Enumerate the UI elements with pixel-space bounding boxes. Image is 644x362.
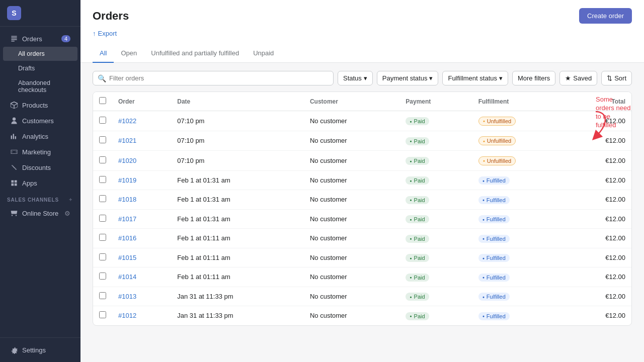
sidebar-item-abandoned[interactable]: Abandoned checkouts	[3, 76, 77, 97]
order-total-10: €12.00	[569, 306, 631, 325]
export-button[interactable]: ↑ Export	[93, 28, 117, 39]
row-checkbox-10[interactable]	[99, 311, 106, 318]
sidebar-item-online-store[interactable]: Online Store ⚙	[3, 206, 77, 221]
order-date-8: Feb 1 at 01:11 am	[171, 267, 304, 287]
sidebar-item-discounts[interactable]: Discounts	[3, 160, 77, 175]
sidebar-item-all-orders[interactable]: All orders	[3, 47, 77, 61]
export-icon: ↑	[93, 30, 96, 37]
order-date-5: Feb 1 at 01:31 am	[171, 209, 304, 229]
order-link-6[interactable]: #1016	[118, 234, 136, 242]
tab-all[interactable]: All	[93, 44, 114, 63]
filter-bar: 🔍 Status ▾ Payment status ▾ Fulfillment …	[93, 71, 632, 85]
fulfillment-badge: Unfulfilled	[478, 136, 516, 145]
order-date-2: 07:10 pm	[171, 151, 304, 171]
tab-unpaid[interactable]: Unpaid	[246, 44, 281, 63]
tab-open[interactable]: Open	[114, 44, 144, 63]
fulfillment-badge: Unfulfilled	[478, 117, 516, 126]
order-fulfillment-7: Fulfilled	[472, 248, 569, 267]
search-wrap: 🔍	[93, 71, 334, 85]
orders-table: Order Date Customer Payment Fulfillment …	[93, 92, 632, 326]
order-payment-2: Paid	[399, 151, 472, 171]
saved-button[interactable]: ★ Saved	[559, 71, 597, 85]
orders-badge: 4	[61, 35, 70, 42]
settings-label: Settings	[22, 346, 46, 354]
more-filters-button[interactable]: More filters	[512, 71, 555, 85]
order-link-8[interactable]: #1014	[118, 273, 136, 281]
row-checkbox-1[interactable]	[99, 136, 106, 143]
order-link-0[interactable]: #1022	[118, 117, 136, 125]
fulfillment-badge: Fulfilled	[478, 254, 510, 262]
row-checkbox-4[interactable]	[99, 195, 106, 202]
search-input[interactable]	[93, 71, 334, 85]
fulfillment-badge: Fulfilled	[478, 215, 510, 223]
settings-icon	[10, 346, 18, 354]
sidebar-customers-label: Customers	[22, 117, 54, 125]
order-total-8: €12.00	[569, 267, 631, 287]
orders-icon	[10, 35, 18, 43]
table-row: #1014 Feb 1 at 01:11 am No customer Paid…	[93, 267, 631, 287]
order-date-1: 07:10 pm	[171, 131, 304, 151]
col-payment: Payment	[399, 92, 472, 111]
row-checkbox-2[interactable]	[99, 156, 106, 163]
sidebar-item-analytics[interactable]: Analytics	[3, 129, 77, 144]
order-link-5[interactable]: #1017	[118, 215, 136, 223]
table-row: #1022 07:10 pm No customer Paid Unfulfil…	[93, 111, 631, 131]
sidebar-item-customers[interactable]: Customers	[3, 113, 77, 128]
create-order-button[interactable]: Create order	[579, 8, 632, 24]
sidebar-discounts-label: Discounts	[22, 164, 51, 171]
order-total-5: €12.00	[569, 209, 631, 229]
star-icon: ★	[565, 74, 571, 82]
fulfillment-status-filter-button[interactable]: Fulfillment status ▾	[442, 71, 508, 85]
sidebar-nav: Orders 4 All orders Drafts Abandoned che…	[0, 27, 80, 337]
settings-section: Settings	[0, 337, 80, 362]
row-checkbox-9[interactable]	[99, 292, 106, 299]
sort-button[interactable]: ⇅ Sort	[601, 71, 632, 85]
select-all-checkbox[interactable]	[99, 97, 106, 104]
order-date-7: Feb 1 at 01:11 am	[171, 248, 304, 267]
order-payment-1: Paid	[399, 131, 472, 151]
sidebar-item-marketing[interactable]: Marketing	[3, 144, 77, 159]
order-link-7[interactable]: #1015	[118, 254, 136, 261]
order-link-4[interactable]: #1018	[118, 196, 136, 203]
table-row: #1019 Feb 1 at 01:31 am No customer Paid…	[93, 170, 631, 190]
order-fulfillment-5: Fulfilled	[472, 209, 569, 229]
sidebar-item-settings[interactable]: Settings	[3, 342, 77, 357]
payment-status-filter-button[interactable]: Payment status ▾	[377, 71, 439, 85]
order-total-9: €12.00	[569, 287, 631, 306]
fulfillment-badge: Fulfilled	[478, 293, 510, 301]
analytics-icon	[10, 132, 18, 140]
row-checkbox-0[interactable]	[99, 117, 106, 124]
order-link-10[interactable]: #1012	[118, 312, 136, 319]
order-link-2[interactable]: #1020	[118, 157, 136, 164]
add-sales-channel-button[interactable]: ＋	[68, 196, 73, 203]
order-fulfillment-3: Fulfilled	[472, 170, 569, 190]
order-fulfillment-6: Fulfilled	[472, 229, 569, 248]
sidebar-item-orders[interactable]: Orders 4	[3, 31, 77, 46]
fulfillment-badge: Fulfilled	[478, 274, 510, 282]
order-payment-8: Paid	[399, 267, 472, 287]
sidebar-item-products[interactable]: Products	[3, 98, 77, 113]
sidebar-item-drafts[interactable]: Drafts	[3, 61, 77, 75]
status-filter-button[interactable]: Status ▾	[338, 71, 373, 85]
table-row: #1021 07:10 pm No customer Paid Unfulfil…	[93, 131, 631, 151]
sidebar-item-apps[interactable]: Apps	[3, 175, 77, 191]
row-checkbox-5[interactable]	[99, 215, 106, 222]
row-checkbox-6[interactable]	[99, 234, 106, 241]
store-settings-icon[interactable]: ⚙	[64, 210, 70, 217]
order-link-1[interactable]: #1021	[118, 137, 136, 144]
order-payment-3: Paid	[399, 170, 472, 190]
order-fulfillment-2: Unfulfilled	[472, 151, 569, 171]
row-checkbox-8[interactable]	[99, 273, 106, 280]
sidebar-marketing-label: Marketing	[22, 148, 51, 156]
order-link-9[interactable]: #1013	[118, 293, 136, 300]
order-customer-3: No customer	[304, 170, 399, 190]
order-link-3[interactable]: #1019	[118, 176, 136, 184]
tab-unfulfilled[interactable]: Unfulfilled and partially fulfilled	[144, 44, 246, 63]
row-checkbox-3[interactable]	[99, 176, 106, 183]
col-customer: Customer	[304, 92, 399, 111]
table-row: #1013 Jan 31 at 11:33 pm No customer Pai…	[93, 287, 631, 306]
row-checkbox-7[interactable]	[99, 253, 106, 260]
main-header: Orders Create order ↑ Export All Open Un…	[80, 0, 644, 63]
sort-label: Sort	[614, 74, 626, 82]
sidebar-analytics-label: Analytics	[22, 133, 48, 140]
